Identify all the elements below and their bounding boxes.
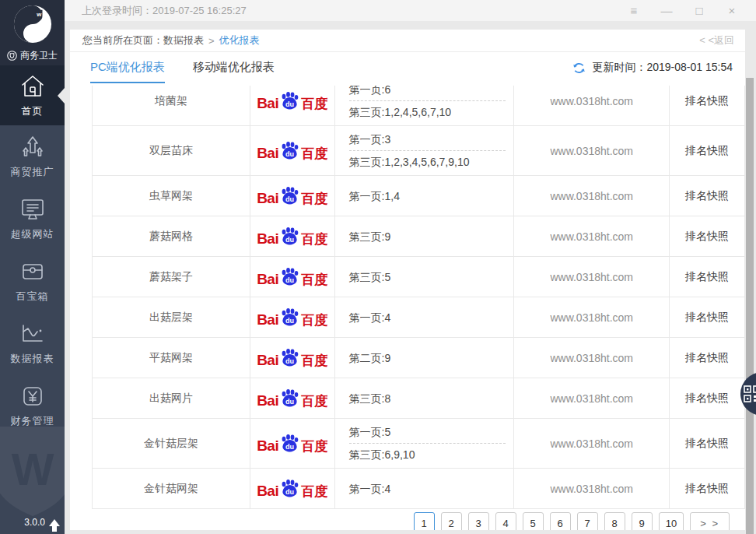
snapshot-link[interactable]: 排名快照 xyxy=(670,126,744,175)
snapshot-link[interactable]: 排名快照 xyxy=(670,419,744,468)
sidebar-item-1[interactable]: 首页 xyxy=(0,65,65,125)
page-button-9[interactable]: 9 xyxy=(632,512,653,530)
snapshot-link[interactable]: 排名快照 xyxy=(670,469,744,508)
table-row: 金针菇层架Baidu百度第一页:5第三页:6,9,10www.0318ht.co… xyxy=(93,419,744,469)
rank-cell: 第二页:9 xyxy=(335,338,515,378)
back-link[interactable]: < <返回 xyxy=(699,33,734,47)
app-logo-icon: w xyxy=(13,5,52,47)
next-pages-button[interactable]: > > xyxy=(690,512,730,530)
close-icon[interactable]: × xyxy=(716,0,748,21)
table-row: 虫草网架Baidu百度第一页:1,4www.0318ht.com排名快照 xyxy=(93,176,744,216)
rank-line: 第一页:5 xyxy=(349,424,506,440)
breadcrumb-prefix: 您当前所在页面： xyxy=(82,33,163,47)
keyword-cell: 蘑菇网格 xyxy=(93,216,250,256)
baidu-logo-text: Bai xyxy=(257,231,278,247)
sidebar-item-3[interactable]: 超级网站 xyxy=(0,188,65,250)
rank-cell: 第一页:3第三页:1,2,3,4,5,6,7,9,10 xyxy=(335,126,515,175)
table-row: 平菇网架Baidu百度第二页:9www.0318ht.com排名快照 xyxy=(93,338,744,378)
menu-icon[interactable]: ≡ xyxy=(618,0,650,21)
rank-line: 第一页:6 xyxy=(349,86,506,97)
baidu-logo-cn: 百度 xyxy=(301,97,327,111)
rank-line: 第一页:4 xyxy=(349,481,506,497)
app-logo-block: w 商务卫士 xyxy=(0,0,65,65)
page-button-5[interactable]: 5 xyxy=(523,512,544,530)
baidu-logo: Baidu百度 xyxy=(257,348,327,368)
url-cell: www.0318ht.com xyxy=(514,176,670,216)
brand-badge-icon xyxy=(7,51,17,61)
snapshot-link[interactable]: 排名快照 xyxy=(670,338,744,378)
url-cell: www.0318ht.com xyxy=(514,469,670,508)
update-arrow-icon[interactable] xyxy=(49,519,60,526)
snapshot-link[interactable]: 排名快照 xyxy=(670,86,744,125)
url-cell: www.0318ht.com xyxy=(514,257,670,297)
baidu-logo: Baidu百度 xyxy=(257,91,327,111)
engine-cell: Baidu百度 xyxy=(250,419,335,468)
tab-mobile-report[interactable]: 移动端优化报表 xyxy=(193,52,275,83)
page-button-2[interactable]: 2 xyxy=(441,512,462,530)
pagination: 12345678910> > xyxy=(92,512,730,530)
brand-name: 商务卫士 xyxy=(20,49,58,62)
tab-bar: PC端优化报表 移动端优化报表 更新时间：2019-08-01 15:54 xyxy=(70,52,745,83)
baidu-logo: Baidu百度 xyxy=(257,479,327,499)
minimize-icon[interactable]: — xyxy=(650,0,683,21)
url-cell: www.0318ht.com xyxy=(514,86,670,125)
vertical-scrollbar[interactable] xyxy=(746,78,754,534)
rank-line: 第三页:1,2,3,4,5,6,7,9,10 xyxy=(349,154,506,170)
baidu-paw-icon: du xyxy=(279,307,300,328)
keyword-cell: 培菌架 xyxy=(93,86,250,125)
baidu-logo-cn: 百度 xyxy=(301,272,327,287)
page-button-1[interactable]: 1 xyxy=(414,512,435,530)
keyword-cell: 双层苗床 xyxy=(93,126,250,175)
baidu-logo-text: Bai xyxy=(257,146,278,161)
page-button-3[interactable]: 3 xyxy=(468,512,489,530)
snapshot-link[interactable]: 排名快照 xyxy=(670,297,744,337)
rank-cell: 第三页:5 xyxy=(335,257,515,297)
refresh-icon[interactable] xyxy=(572,61,586,75)
sidebar-item-4[interactable]: 百宝箱 xyxy=(0,250,65,312)
snapshot-link[interactable]: 排名快照 xyxy=(670,176,744,216)
table-row: 出菇层架Baidu百度第一页:4www.0318ht.com排名快照 xyxy=(93,297,744,338)
rank-cell: 第三页:9 xyxy=(335,216,515,256)
table-row: 培菌架Baidu百度第一页:6第三页:1,2,4,5,6,7,10www.031… xyxy=(93,86,744,126)
sidebar-item-5[interactable]: 数据报表 xyxy=(0,312,65,374)
baidu-paw-icon: du xyxy=(279,388,300,409)
breadcrumb: 您当前所在页面： 数据报表 > 优化报表 < <返回 xyxy=(70,30,745,52)
rank-line: 第三页:6,9,10 xyxy=(349,447,506,462)
svg-text:du: du xyxy=(285,488,294,496)
table-row: 出菇网片Baidu百度第三页:8www.0318ht.com排名快照 xyxy=(93,378,744,419)
rank-line: 第一页:1,4 xyxy=(349,188,506,204)
baidu-logo-text: Bai xyxy=(257,353,278,368)
baidu-logo-cn: 百度 xyxy=(301,484,327,499)
page-button-6[interactable]: 6 xyxy=(550,512,571,530)
sidebar: w 商务卫士 首页商贸推广超级网站百宝箱数据报表财务管理 W 3.0.0 xyxy=(0,0,65,534)
home-icon xyxy=(19,73,47,100)
breadcrumb-current[interactable]: 优化报表 xyxy=(219,33,260,47)
snapshot-link[interactable]: 排名快照 xyxy=(670,257,744,297)
baidu-logo-cn: 百度 xyxy=(301,146,327,161)
finance-icon xyxy=(19,383,47,409)
rank-line: 第三页:8 xyxy=(349,391,506,406)
page-button-4[interactable]: 4 xyxy=(495,512,516,530)
url-cell: www.0318ht.com xyxy=(514,297,670,337)
titlebar: 上次登录时间：2019-07-25 16:25:27 ≡ — □ × xyxy=(65,0,756,21)
snapshot-link[interactable]: 排名快照 xyxy=(670,378,744,418)
page-button-8[interactable]: 8 xyxy=(604,512,625,530)
baidu-logo-text: Bai xyxy=(257,438,278,454)
promote-icon xyxy=(19,134,47,160)
keyword-cell: 蘑菇架子 xyxy=(93,257,250,297)
baidu-logo: Baidu百度 xyxy=(257,307,327,328)
engine-cell: Baidu百度 xyxy=(250,216,335,256)
page-button-7[interactable]: 7 xyxy=(577,512,598,530)
keyword-cell: 出菇层架 xyxy=(93,297,250,337)
svg-text:du: du xyxy=(285,398,294,406)
sidebar-item-6[interactable]: 财务管理 xyxy=(0,374,65,437)
page-button-10[interactable]: 10 xyxy=(659,512,684,530)
snapshot-link[interactable]: 排名快照 xyxy=(670,216,744,256)
baidu-paw-icon: du xyxy=(279,141,300,161)
maximize-icon[interactable]: □ xyxy=(683,0,716,21)
tab-pc-report[interactable]: PC端优化报表 xyxy=(90,52,165,83)
rank-cell: 第一页:4 xyxy=(335,469,515,508)
sidebar-item-2[interactable]: 商贸推广 xyxy=(0,125,65,188)
baidu-logo-cn: 百度 xyxy=(301,394,327,409)
baidu-paw-icon: du xyxy=(279,267,300,287)
